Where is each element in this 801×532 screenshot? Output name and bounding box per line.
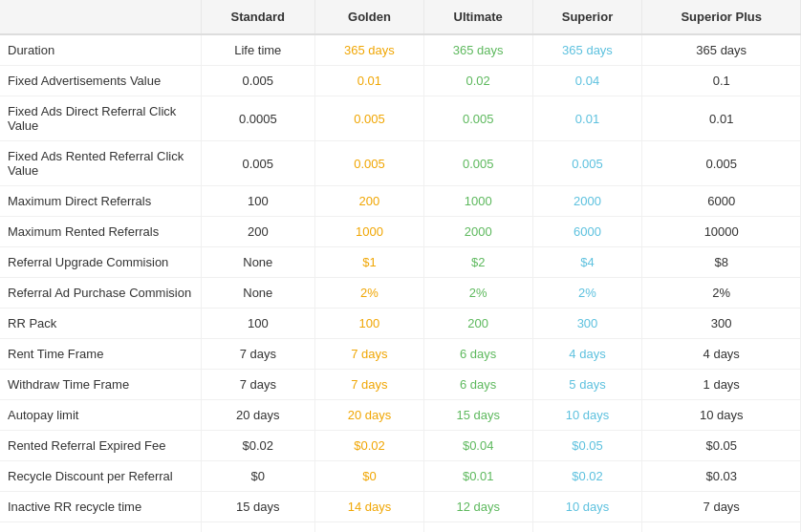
cell-golden: 0.005 xyxy=(315,141,424,186)
cell-superior-plus: $0.05 xyxy=(642,431,801,461)
cell-standard: 4 xyxy=(201,522,315,533)
table-row: Guaranteed Fixed Ads Daily44888 xyxy=(0,522,801,533)
table-row: Inactive RR recycle time15 days14 days12… xyxy=(0,492,801,522)
cell-ultimate: 6 days xyxy=(423,370,532,400)
cell-superior-plus: 300 xyxy=(642,309,801,339)
table-row: Withdraw Time Frame7 days7 days6 days5 d… xyxy=(0,370,801,400)
cell-golden: 20 days xyxy=(315,400,424,431)
cell-standard: 0.005 xyxy=(201,66,315,96)
cell-superior-plus: $0.03 xyxy=(642,461,801,492)
feature-label: Referral Ad Purchase Commision xyxy=(0,278,201,309)
feature-label: Maximum Rented Referrals xyxy=(0,217,201,247)
cell-standard: 20 days xyxy=(201,400,315,431)
table-row: Maximum Direct Referrals1002001000200060… xyxy=(0,186,801,217)
cell-standard: None xyxy=(201,247,315,278)
feature-label: Maximum Direct Referrals xyxy=(0,186,201,217)
comparison-table: Standard Golden Ultimate Superior Superi… xyxy=(0,0,801,532)
cell-superior-plus: 2% xyxy=(642,278,801,309)
cell-ultimate: 2% xyxy=(423,278,532,309)
cell-superior-plus: 365 days xyxy=(642,34,801,66)
cell-superior-plus: 6000 xyxy=(642,186,801,217)
table-header-row: Standard Golden Ultimate Superior Superi… xyxy=(0,0,801,34)
cell-superior-plus: 0.1 xyxy=(642,66,801,96)
table-row: Referral Upgrade CommisionNone$1$2$4$8 xyxy=(0,247,801,278)
feature-label: Fixed Ads Rented Referral Click Value xyxy=(0,141,201,186)
cell-golden: 14 days xyxy=(315,492,424,522)
cell-standard: 0.005 xyxy=(201,141,315,186)
cell-superior-plus: 10000 xyxy=(642,217,801,247)
cell-ultimate: 0.005 xyxy=(423,96,532,141)
cell-superior-plus: 4 days xyxy=(642,339,801,370)
cell-standard: 200 xyxy=(201,217,315,247)
cell-superior: $0.02 xyxy=(532,461,642,492)
cell-superior: 0.04 xyxy=(532,66,642,96)
cell-superior-plus: 1 days xyxy=(642,370,801,400)
cell-superior: 0.01 xyxy=(532,96,642,141)
cell-standard: $0 xyxy=(201,461,315,492)
table-row: DurationLife time365 days365 days365 day… xyxy=(0,34,801,66)
cell-standard: 100 xyxy=(201,186,315,217)
cell-superior: 2000 xyxy=(532,186,642,217)
cell-ultimate: 8 xyxy=(423,522,532,533)
table-row: Rent Time Frame7 days7 days6 days4 days4… xyxy=(0,339,801,370)
cell-golden: 1000 xyxy=(315,217,424,247)
cell-golden: 4 xyxy=(315,522,424,533)
header-superior: Superior xyxy=(532,0,642,34)
header-standard: Standard xyxy=(201,0,315,34)
cell-superior-plus: $8 xyxy=(642,247,801,278)
header-ultimate: Ultimate xyxy=(423,0,532,34)
cell-standard: 15 days xyxy=(201,492,315,522)
cell-golden: 100 xyxy=(315,309,424,339)
cell-golden: 2% xyxy=(315,278,424,309)
cell-superior: 10 days xyxy=(532,492,642,522)
cell-golden: 365 days xyxy=(315,34,424,66)
cell-superior: 4 days xyxy=(532,339,642,370)
feature-label: Inactive RR recycle time xyxy=(0,492,201,522)
cell-superior: 5 days xyxy=(532,370,642,400)
cell-ultimate: $2 xyxy=(423,247,532,278)
cell-superior: 300 xyxy=(532,309,642,339)
cell-superior: 6000 xyxy=(532,217,642,247)
cell-ultimate: 365 days xyxy=(423,34,532,66)
table-row: Rented Referral Expired Fee$0.02$0.02$0.… xyxy=(0,431,801,461)
cell-superior: 365 days xyxy=(532,34,642,66)
cell-superior: $0.05 xyxy=(532,431,642,461)
cell-ultimate: 12 days xyxy=(423,492,532,522)
cell-ultimate: 15 days xyxy=(423,400,532,431)
cell-standard: 0.0005 xyxy=(201,96,315,141)
table-row: Fixed Ads Direct Referral Click Value0.0… xyxy=(0,96,801,141)
cell-superior-plus: 10 days xyxy=(642,400,801,431)
feature-label: Rented Referral Expired Fee xyxy=(0,431,201,461)
feature-label: Recycle Discount per Referral xyxy=(0,461,201,492)
feature-label: Duration xyxy=(0,34,201,66)
feature-label: RR Pack xyxy=(0,309,201,339)
cell-golden: 0.01 xyxy=(315,66,424,96)
cell-standard: $0.02 xyxy=(201,431,315,461)
table-row: Fixed Advertisements Value0.0050.010.020… xyxy=(0,66,801,96)
table-row: Fixed Ads Rented Referral Click Value0.0… xyxy=(0,141,801,186)
cell-ultimate: $0.01 xyxy=(423,461,532,492)
comparison-table-container: Standard Golden Ultimate Superior Superi… xyxy=(0,0,801,532)
cell-superior-plus: 7 days xyxy=(642,492,801,522)
feature-label: Withdraw Time Frame xyxy=(0,370,201,400)
cell-ultimate: 6 days xyxy=(423,339,532,370)
table-row: Autopay limit20 days20 days15 days10 day… xyxy=(0,400,801,431)
cell-standard: Life time xyxy=(201,34,315,66)
feature-label: Fixed Advertisements Value xyxy=(0,66,201,96)
cell-standard: 7 days xyxy=(201,339,315,370)
feature-label: Autopay limit xyxy=(0,400,201,431)
table-row: Maximum Rented Referrals2001000200060001… xyxy=(0,217,801,247)
cell-superior: 8 xyxy=(532,522,642,533)
header-feature xyxy=(0,0,201,34)
cell-superior: 10 days xyxy=(532,400,642,431)
feature-label: Rent Time Frame xyxy=(0,339,201,370)
cell-superior: 2% xyxy=(532,278,642,309)
cell-golden: 7 days xyxy=(315,339,424,370)
cell-golden: 7 days xyxy=(315,370,424,400)
cell-ultimate: 0.02 xyxy=(423,66,532,96)
table-row: Referral Ad Purchase CommisionNone2%2%2%… xyxy=(0,278,801,309)
cell-standard: 100 xyxy=(201,309,315,339)
table-row: RR Pack100100200300300 xyxy=(0,309,801,339)
cell-golden: $0.02 xyxy=(315,431,424,461)
cell-standard: None xyxy=(201,278,315,309)
